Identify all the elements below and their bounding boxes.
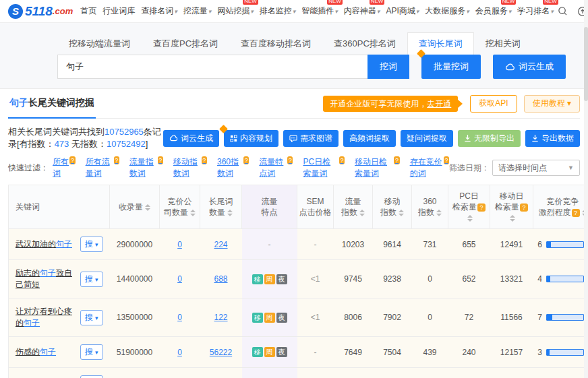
nav-item-首页[interactable]: 首页 xyxy=(80,4,97,18)
help-icon[interactable]: ? xyxy=(572,209,580,217)
nav-item-网站挖掘[interactable]: 网站挖掘▾NEW xyxy=(216,4,254,18)
keyword-link[interactable]: 伤感的句子 xyxy=(16,346,56,358)
keyword-search-button[interactable]: 搜 ▾ xyxy=(80,272,103,287)
nav-item-排名监控[interactable]: 排名监控▾ xyxy=(259,4,297,18)
sort-icon[interactable] xyxy=(145,204,150,211)
longtail-count-link[interactable]: 688 xyxy=(214,274,227,284)
cloud-icon xyxy=(505,63,515,71)
word-cloud-button[interactable]: 词云生成 xyxy=(493,55,566,79)
competition-bar-fill xyxy=(547,242,551,247)
flow-index-cell: 10203 xyxy=(334,229,373,260)
longtail-count-link[interactable]: 224 xyxy=(214,240,227,249)
keyword-highlight: 句子 xyxy=(24,318,40,327)
longtail-count-link[interactable]: 122 xyxy=(214,313,227,322)
stats-indexed: 473 xyxy=(55,139,69,149)
nav-item-大数据服务[interactable]: 大数据服务▾ xyxy=(424,4,470,18)
nav-item-行业词库[interactable]: 行业词库 xyxy=(102,4,136,18)
keyword-link[interactable]: 让对方看到心疼的句子 xyxy=(16,306,80,329)
batch-dig-button[interactable]: 批量挖词 xyxy=(421,55,481,79)
sort-icon[interactable] xyxy=(227,210,233,216)
search-icon[interactable] xyxy=(557,5,569,18)
tab-挖移动端流量词[interactable]: 挖移动端流量词 xyxy=(57,32,142,55)
action-button-需求图谱[interactable]: 需求图谱 xyxy=(283,130,339,147)
action-button-内容规划[interactable]: 内容规划 xyxy=(224,130,278,147)
dig-words-button[interactable]: 挖词 xyxy=(368,55,409,79)
help-icon[interactable]: ? xyxy=(477,203,486,212)
sort-icon[interactable] xyxy=(510,215,515,222)
chevron-down-icon: ▾ xyxy=(95,349,98,356)
help-icon[interactable]: ? xyxy=(202,156,207,164)
nav-item-内容神器[interactable]: 内容神器▾NEW xyxy=(343,4,381,18)
keyword-search-button[interactable]: 搜 ▾ xyxy=(80,237,103,252)
help-icon[interactable]: ? xyxy=(69,156,75,164)
column-header-PC日检索量: PC日检索量? xyxy=(448,185,490,229)
bid-companies-link[interactable]: 0 xyxy=(177,313,182,322)
action-button-词云生成[interactable]: 词云生成 xyxy=(163,130,219,147)
nav-item-查排名词[interactable]: 查排名词▾ xyxy=(140,4,178,18)
stats-total: 10752965 xyxy=(105,127,144,137)
sort-icon[interactable] xyxy=(399,210,404,216)
keyword-search-label: 搜 xyxy=(85,239,95,249)
action-button-无限制导出[interactable]: 无限制导出 xyxy=(458,130,521,147)
keyword-search-button[interactable]: 搜 ▾ xyxy=(80,344,103,360)
filter-link-360指数词[interactable]: 360指数词? xyxy=(217,156,249,179)
sort-icon[interactable] xyxy=(467,215,473,222)
filter-link-移动指数词[interactable]: 移动指数词? xyxy=(173,156,207,179)
keyword-link[interactable]: 武汉加油的句子 xyxy=(16,239,72,250)
promo-open-link[interactable]: 去开通 xyxy=(427,99,451,108)
scrollbar-thumb[interactable] xyxy=(584,27,588,101)
keyword-search-button[interactable]: 搜 ▾ xyxy=(80,310,103,325)
help-icon[interactable]: ? xyxy=(158,156,163,164)
nav-item-智能插件[interactable]: 智能插件▾NEW xyxy=(301,4,339,18)
tab-挖相关词[interactable]: 挖相关词 xyxy=(474,32,532,55)
filter-link-存在竞价的词[interactable]: 存在竞价的词? xyxy=(410,156,449,179)
filter-link-PC日检索量词[interactable]: PC日检索量词? xyxy=(303,156,345,179)
sort-icon[interactable] xyxy=(190,210,196,216)
nav-item-API商城[interactable]: API商城▾ xyxy=(385,4,419,18)
get-api-button[interactable]: 获取API xyxy=(470,95,517,113)
filter-link-流量特点词[interactable]: 流量特点词? xyxy=(259,156,293,179)
action-button-高频词提取[interactable]: 高频词提取 xyxy=(343,130,396,147)
action-button-导出数据[interactable]: 导出数据 xyxy=(525,130,580,147)
nav-item-挖流量[interactable]: 挖流量▾ xyxy=(183,4,212,18)
column-header-关键词: 关键词 xyxy=(9,185,110,229)
help-icon[interactable]: ? xyxy=(114,156,119,164)
filter-link-移动日检索量词[interactable]: 移动日检索量词? xyxy=(355,156,400,179)
nav-item-会员服务[interactable]: 会员服务▾NEW xyxy=(475,4,512,18)
bid-companies-link[interactable]: 0 xyxy=(177,240,182,249)
tutorial-button[interactable]: 使用教程 ▾ xyxy=(524,95,580,113)
help-icon[interactable]: ? xyxy=(287,156,293,164)
help-icon[interactable]: ? xyxy=(339,156,345,164)
bid-companies-link[interactable]: 0 xyxy=(177,274,182,284)
tab-查360PC排名词[interactable]: 查360PC排名词 xyxy=(322,32,407,55)
date-select[interactable]: 请选择时间点 ▼ xyxy=(492,160,580,176)
nav-item-学习排名[interactable]: 学习排名▾NEW xyxy=(517,4,554,18)
tab-查百度PC排名词[interactable]: 查百度PC排名词 xyxy=(142,32,229,55)
filter-link-流量指数词[interactable]: 流量指数词? xyxy=(129,156,163,179)
help-icon[interactable]: ? xyxy=(394,156,399,164)
keyword-link[interactable]: 励志的句子致自己简短 xyxy=(16,267,80,290)
keyword-search-button[interactable]: 搜 ▾ xyxy=(80,375,103,378)
enterprise-promo-banner[interactable]: 开通企业版可享无限使用，去开通 xyxy=(323,96,458,112)
nav-item-label: 学习排名 xyxy=(517,6,550,15)
keyword-input[interactable] xyxy=(57,55,368,79)
help-icon[interactable]: ? xyxy=(520,203,528,212)
tab-查百度移动排名词[interactable]: 查百度移动排名词 xyxy=(229,32,322,55)
help-icon[interactable]: ? xyxy=(444,156,449,164)
sort-icon[interactable] xyxy=(359,210,365,216)
keyword-wrap: 很甜很撩的句子搜 ▾ xyxy=(16,375,109,378)
site-logo[interactable]: S 5118 .com xyxy=(8,4,73,19)
filter-link-所有流量词[interactable]: 所有流量词? xyxy=(86,156,119,179)
sort-down-icon xyxy=(190,214,196,216)
bid-companies-link[interactable]: 0 xyxy=(177,348,182,357)
longtail-count-link[interactable]: 56222 xyxy=(210,348,232,357)
help-icon[interactable]: ? xyxy=(243,156,249,164)
sort-icon[interactable] xyxy=(436,210,442,216)
action-button-疑问词提取[interactable]: 疑问词提取 xyxy=(401,130,453,147)
scrollbar[interactable] xyxy=(584,0,588,378)
title-keyword: 句子 xyxy=(9,97,28,108)
filter-link-所有词[interactable]: 所有词? xyxy=(53,156,76,179)
tab-查询长尾词[interactable]: 查询长尾词 xyxy=(407,32,474,55)
sort-up-icon xyxy=(359,210,365,212)
filter-link-label: PC日检索量词 xyxy=(303,156,338,179)
